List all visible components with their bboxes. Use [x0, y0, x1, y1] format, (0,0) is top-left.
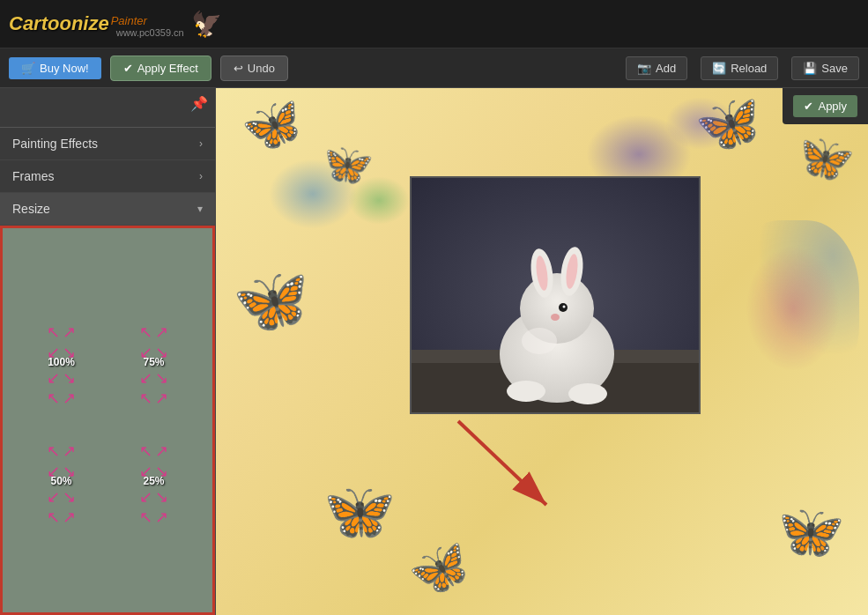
right-toolbar: 📷 Add 🔄 Reload 💾 Save	[626, 56, 859, 80]
app-title: Cartoonize	[9, 12, 109, 35]
menu-items: Painting Effects › Frames › Resize ▾	[0, 128, 215, 226]
resize-100-label: 100%	[48, 356, 75, 368]
arrow25-nw2-icon: ↖	[138, 508, 154, 527]
resize-arrow-icon: ▾	[197, 203, 203, 215]
arrow50-nw-icon: ↖	[46, 441, 62, 461]
arrow50-nw2-icon: ↖	[46, 508, 62, 527]
arrow-ne-icon: ↗	[62, 322, 78, 342]
arrow50-ne-icon: ↗	[62, 441, 78, 461]
cart-icon: 🛒	[21, 62, 35, 75]
resize-100-arrows-bottom: ↙ ↘ ↖ ↗	[46, 368, 78, 400]
arrow25-ne2-icon: ↗	[154, 508, 170, 527]
panel-header: 📌	[0, 88, 215, 128]
arrow50-sw2-icon: ↙	[46, 487, 62, 507]
butterfly-bottom-left: 🦋	[316, 472, 398, 551]
painting-effects-arrow-icon: ›	[199, 137, 203, 150]
ink-splatter-purple	[665, 97, 736, 150]
svg-point-11	[551, 314, 560, 321]
arrow-nw-icon: ↖	[46, 322, 62, 342]
app-logo: Cartoonize Painter www.pc0359.cn 🦅	[9, 10, 222, 39]
arrow-sw2-icon: ↙	[46, 368, 62, 388]
save-button[interactable]: 💾 Save	[791, 56, 859, 80]
resize-75-block[interactable]: ↖ ↗ ↙ ↘ 75% ↙ ↘ ↖ ↗	[112, 306, 196, 416]
check-icon: ✔	[123, 62, 133, 75]
arrow75-ne2-icon: ↗	[154, 389, 170, 408]
canvas-area: ✔ Apply 🦋 🦋 🦋 🦋 🦋 🦋 🦋 🦋	[216, 88, 868, 615]
frames-arrow-icon: ›	[199, 170, 203, 182]
butterfly-top-left: 🦋	[236, 90, 309, 161]
resize-75-arrows: ↖ ↗ ↙ ↘	[138, 322, 170, 354]
ink-splatter-blue-left	[269, 159, 357, 229]
reload-icon: 🔄	[712, 62, 726, 75]
bunny-svg	[412, 178, 701, 414]
apply-overlay-button[interactable]: ✔ Apply	[793, 95, 857, 117]
arrow25-se2-icon: ↘	[154, 487, 170, 507]
resize-50-label: 50%	[50, 475, 71, 487]
butterfly-left-mid: 🦋	[231, 261, 314, 339]
camera-icon: 📷	[637, 62, 651, 75]
photo-frame	[410, 176, 701, 414]
resize-50-arrows-bottom: ↙ ↘ ↖ ↗	[46, 487, 78, 519]
app-url: www.pc0359.cn	[116, 27, 184, 38]
resize-50-block[interactable]: ↖ ↗ ↙ ↘ 50% ↙ ↘ ↖ ↗	[19, 425, 103, 535]
arrow75-nw-icon: ↖	[138, 322, 154, 342]
resize-menu-item[interactable]: Resize ▾	[0, 193, 215, 226]
apply-effect-button[interactable]: ✔ Apply Effect	[110, 56, 211, 81]
svg-point-10	[563, 306, 566, 308]
arrow75-sw2-icon: ↙	[138, 368, 154, 388]
arrow-nw2-icon: ↖	[46, 389, 62, 408]
undo-button[interactable]: ↩ Undo	[220, 56, 288, 81]
butterfly-bottom-right: 🦋	[768, 493, 849, 570]
svg-point-13	[507, 381, 545, 402]
photo-content	[412, 178, 699, 412]
painting-effects-menu-item[interactable]: Painting Effects ›	[0, 128, 215, 160]
resize-50-arrows: ↖ ↗ ↙ ↘	[46, 441, 78, 473]
main-toolbar: 🛒 Buy Now! ✔ Apply Effect ↩ Undo 📷 Add 🔄…	[0, 48, 868, 88]
pin-icon[interactable]: 📌	[190, 95, 208, 112]
apply-overlay: ✔ Apply	[783, 88, 868, 124]
resize-25-label: 25%	[143, 475, 164, 487]
apply-check-icon: ✔	[804, 100, 813, 113]
resize-100-arrows: ↖ ↗ ↙ ↘	[46, 322, 78, 354]
save-icon: 💾	[803, 62, 817, 75]
resize-panel: ↖ ↗ ↙ ↘ 100% ↙ ↘ ↖ ↗ ↖	[0, 226, 215, 615]
arrow50-se2-icon: ↘	[62, 487, 78, 507]
undo-icon: ↩	[234, 62, 243, 75]
resize-75-label: 75%	[143, 356, 164, 368]
arrow-ne2-icon: ↗	[62, 389, 78, 408]
svg-point-14	[568, 383, 607, 404]
ink-splatter-green	[348, 176, 410, 225]
app-subtitle: Painter	[111, 14, 184, 27]
svg-point-12	[522, 328, 557, 354]
resize-25-block[interactable]: ↖ ↗ ↙ ↘ 25% ↙ ↘ ↖ ↗	[112, 425, 196, 535]
arrow75-se2-icon: ↘	[154, 368, 170, 388]
arrow25-sw2-icon: ↙	[138, 487, 154, 507]
red-arrow-pointer	[441, 404, 573, 527]
resize-75-arrows-bottom: ↙ ↘ ↖ ↗	[138, 368, 170, 400]
arrow75-nw2-icon: ↖	[138, 389, 154, 408]
arrow75-ne-icon: ↗	[154, 322, 170, 342]
svg-line-16	[458, 421, 546, 505]
ink-splatter-right	[727, 220, 859, 396]
add-button[interactable]: 📷 Add	[626, 56, 687, 80]
butterfly-bottom-center: 🦋	[402, 531, 479, 606]
buy-now-button[interactable]: 🛒 Buy Now!	[9, 57, 101, 79]
frames-menu-item[interactable]: Frames ›	[0, 160, 215, 193]
resize-25-arrows: ↖ ↗ ↙ ↘	[138, 441, 170, 473]
butterfly-right: 🦋	[788, 123, 859, 193]
resize-grid: ↖ ↗ ↙ ↘ 100% ↙ ↘ ↖ ↗ ↖	[19, 306, 196, 535]
resize-100-block[interactable]: ↖ ↗ ↙ ↘ 100% ↙ ↘ ↖ ↗	[19, 306, 103, 416]
main-content: 📌 Painting Effects › Frames › Resize ▾	[0, 88, 868, 615]
resize-25-arrows-bottom: ↙ ↘ ↖ ↗	[138, 487, 170, 519]
topbar: Cartoonize Painter www.pc0359.cn 🦅	[0, 0, 868, 48]
logo-bird-icon: 🦅	[191, 10, 222, 39]
reload-button[interactable]: 🔄 Reload	[701, 56, 778, 80]
arrow-se2-icon: ↘	[62, 368, 78, 388]
arrow50-ne2-icon: ↗	[62, 508, 78, 527]
left-panel: 📌 Painting Effects › Frames › Resize ▾	[0, 88, 216, 615]
arrow25-nw-icon: ↖	[138, 441, 154, 461]
arrow25-ne-icon: ↗	[154, 441, 170, 461]
